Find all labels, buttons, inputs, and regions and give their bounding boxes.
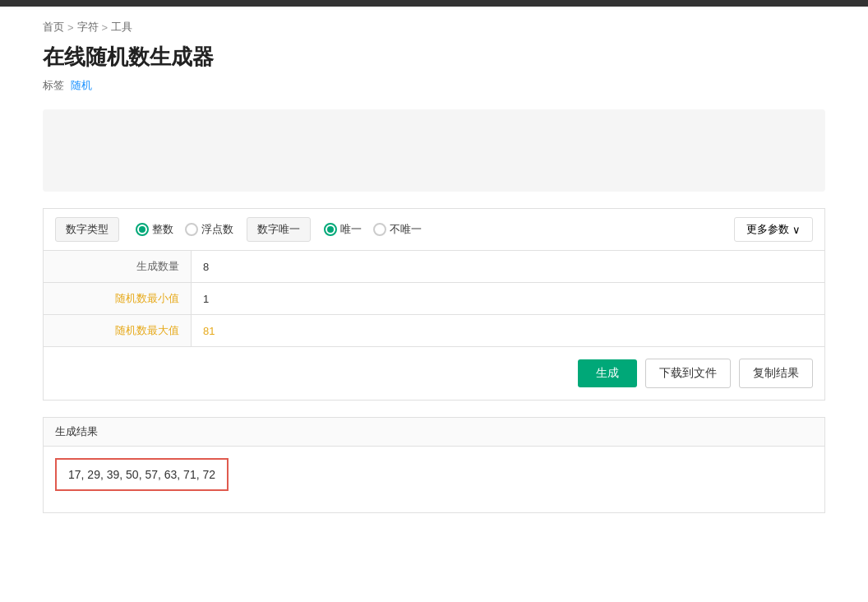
more-params-button[interactable]: 更多参数 ∨ [734,217,813,242]
breadcrumb: 首页 > 字符 > 工具 [43,20,825,35]
results-header: 生成结果 [44,418,824,447]
radio-float[interactable]: 浮点数 [185,222,233,237]
breadcrumb-char[interactable]: 字符 [77,20,99,35]
more-params-label: 更多参数 [746,222,789,237]
copy-button[interactable]: 复制结果 [739,359,813,388]
radio-integer-label: 整数 [152,222,173,237]
generate-button[interactable]: 生成 [578,359,637,387]
breadcrumb-tool: 工具 [111,20,132,35]
chevron-down-icon: ∨ [792,224,801,236]
breadcrumb-sep-1: > [67,21,74,34]
radio-unique-no[interactable]: 不唯一 [373,222,422,237]
count-row: 生成数量 8 [44,251,825,283]
max-label-cell: 随机数最大值 [44,315,192,347]
params-table: 生成数量 8 随机数最小值 1 随机数最大值 81 [43,250,825,347]
min-row: 随机数最小值 1 [44,283,825,315]
page-title: 在线随机数生成器 [43,43,825,72]
max-value-cell[interactable]: 81 [192,315,825,347]
radio-unique-no-circle [373,223,386,236]
tags-row: 标签 随机 [43,78,825,93]
radio-float-label: 浮点数 [201,222,233,237]
ad-banner [43,109,825,192]
options-row: 数字类型 整数 浮点数 数字唯一 唯一 不唯一 更多参数 ∨ [43,208,825,250]
min-value-cell[interactable]: 1 [192,283,825,315]
unique-group: 唯一 不唯一 [324,222,422,237]
breadcrumb-home[interactable]: 首页 [43,20,64,35]
number-type-label: 数字类型 [55,217,119,242]
download-button[interactable]: 下载到文件 [645,359,731,388]
radio-unique-no-label: 不唯一 [390,222,422,237]
radio-unique-yes-label: 唯一 [340,222,362,237]
unique-label: 数字唯一 [247,217,311,242]
breadcrumb-sep-2: > [102,21,108,34]
actions-row: 生成 下载到文件 复制结果 [43,347,825,401]
min-label-cell: 随机数最小值 [44,283,192,315]
tag-label: 标签 [43,78,64,93]
max-row: 随机数最大值 81 [44,315,825,347]
radio-integer[interactable]: 整数 [136,222,173,237]
number-type-group: 整数 浮点数 [136,222,233,237]
radio-unique-yes[interactable]: 唯一 [324,222,362,237]
count-label-cell: 生成数量 [44,251,192,283]
results-section: 生成结果 17, 29, 39, 50, 57, 63, 71, 72 [43,417,825,513]
tag-random[interactable]: 随机 [71,78,92,93]
results-box: 17, 29, 39, 50, 57, 63, 71, 72 [55,458,229,491]
radio-unique-yes-circle [324,223,337,236]
count-value-cell[interactable]: 8 [192,251,825,283]
main-container: 首页 > 字符 > 工具 在线随机数生成器 标签 随机 数字类型 整数 浮点数 … [23,7,845,526]
radio-integer-circle [136,223,149,236]
radio-float-circle [185,223,198,236]
top-bar [0,0,868,7]
results-body: 17, 29, 39, 50, 57, 63, 71, 72 [44,447,824,512]
